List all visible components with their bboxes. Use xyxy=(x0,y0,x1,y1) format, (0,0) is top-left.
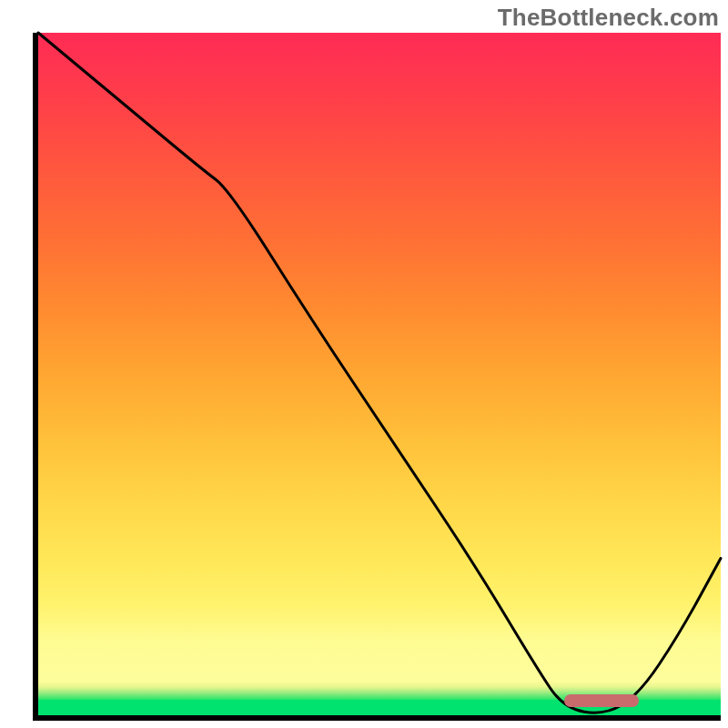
plot-area xyxy=(33,33,721,721)
bottleneck-chart: TheBottleneck.com xyxy=(0,0,728,728)
optimal-range-marker xyxy=(564,694,640,707)
bottleneck-curve xyxy=(38,33,721,715)
curve-path xyxy=(38,33,721,713)
watermark-text: TheBottleneck.com xyxy=(498,4,719,32)
